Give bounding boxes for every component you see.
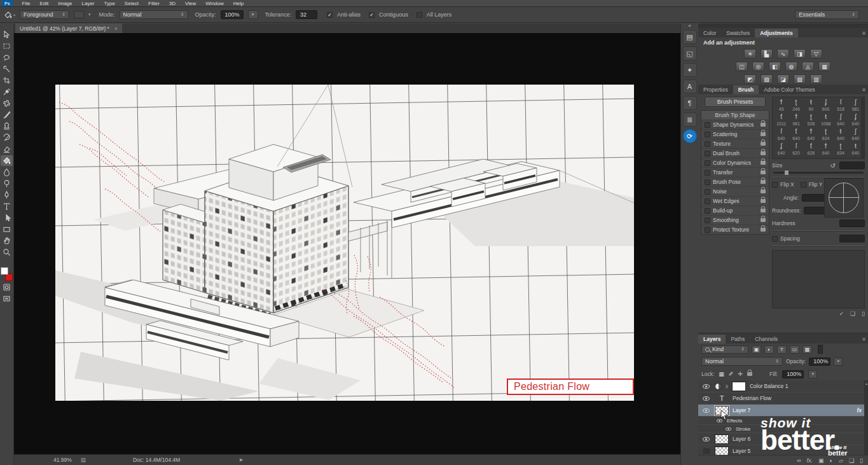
layer-row-color-balance[interactable]: 8 Color Balance 1 bbox=[698, 380, 868, 392]
brush-option-brush-pose[interactable]: Brush Pose bbox=[701, 177, 769, 187]
brush-grid-scrollbar[interactable] bbox=[861, 97, 864, 158]
stroke-effect-label[interactable]: Stroke bbox=[736, 426, 750, 432]
brush-preset-grid[interactable]: ϯ45 ʈ246 ŧ90 ʄ600 ſ518 ʃ981 ƭ1011 ϯ981 ʈ… bbox=[772, 97, 865, 159]
layer-row-stroke[interactable]: Stroke bbox=[698, 425, 868, 433]
vibrance-icon[interactable]: ▽ bbox=[810, 49, 822, 59]
photo-filter-icon[interactable]: ◍ bbox=[785, 62, 797, 71]
marquee-tool[interactable] bbox=[1, 41, 13, 52]
menu-file[interactable]: File bbox=[22, 1, 31, 6]
brush-preset[interactable]: ŧ90 bbox=[804, 99, 818, 113]
opacity-dropdown-icon[interactable]: ▾ bbox=[248, 10, 258, 19]
black-white-icon[interactable]: ◧ bbox=[769, 62, 781, 71]
tab-channels[interactable]: Channels bbox=[750, 335, 783, 344]
blur-tool[interactable] bbox=[1, 167, 13, 177]
layer-thumbnail[interactable] bbox=[715, 406, 729, 415]
magic-wand-tool[interactable] bbox=[1, 64, 13, 74]
eraser-tool[interactable] bbox=[1, 144, 13, 155]
filter-type-layers-icon[interactable]: T bbox=[777, 345, 787, 354]
blend-mode-dropdown[interactable]: Normal⇕ bbox=[701, 357, 783, 366]
layer-name[interactable]: Layer 5 bbox=[733, 448, 750, 454]
layer-row-effects[interactable]: Effects bbox=[698, 417, 868, 425]
brush-option-color-dynamics[interactable]: Color Dynamics bbox=[701, 158, 769, 168]
effects-label[interactable]: Effects bbox=[727, 418, 742, 424]
visibility-toggle[interactable] bbox=[701, 408, 711, 413]
levels-icon[interactable]: ▙ bbox=[761, 49, 773, 59]
brush-option-wet-edges[interactable]: Wet Edges bbox=[701, 197, 769, 206]
brush-preset[interactable]: ϯ640 bbox=[804, 128, 818, 142]
dodge-tool[interactable] bbox=[1, 178, 13, 189]
layer-name[interactable]: Layer 6 bbox=[733, 436, 750, 442]
tab-brush[interactable]: Brush bbox=[733, 85, 759, 94]
type-tool[interactable] bbox=[1, 201, 13, 212]
fill-source-dropdown[interactable]: Foreground⇕ bbox=[20, 10, 69, 19]
mode-dropdown[interactable]: Normal⇕ bbox=[120, 10, 188, 19]
hardness-value[interactable] bbox=[839, 219, 865, 227]
menu-view[interactable]: View bbox=[185, 1, 196, 6]
brush-option-build-up[interactable]: Build-up bbox=[701, 206, 769, 216]
layer-thumbnail[interactable] bbox=[715, 447, 729, 455]
character-panel-icon[interactable]: A bbox=[683, 80, 697, 94]
panel-menu-icon[interactable]: ≡ bbox=[862, 336, 865, 342]
brush-option-dual-brush[interactable]: Dual Brush bbox=[701, 149, 769, 158]
filter-smart-objects-icon[interactable]: ▩ bbox=[803, 345, 812, 354]
zoom-level[interactable]: 41.99% bbox=[53, 457, 72, 463]
checkbox[interactable] bbox=[705, 151, 710, 156]
reset-size-icon[interactable]: ↺ bbox=[830, 162, 836, 169]
tool-presets-panel-icon[interactable]: ✦ bbox=[683, 63, 697, 77]
brush-preset[interactable]: ϯ640 bbox=[818, 142, 833, 157]
menu-3d[interactable]: 3D bbox=[169, 1, 176, 6]
flip-x-checkbox[interactable] bbox=[772, 182, 778, 188]
brush-preset[interactable]: ſ620 bbox=[789, 142, 803, 157]
gradient-map-icon[interactable]: ▧ bbox=[794, 74, 806, 84]
brush-preset[interactable]: ʈ246 bbox=[789, 99, 803, 113]
menu-edit[interactable]: Edit bbox=[39, 1, 48, 6]
checkbox[interactable] bbox=[705, 189, 710, 195]
canvas-pasteboard[interactable]: Pedestrian Flow bbox=[14, 33, 680, 454]
channel-mixer-icon[interactable]: ◬ bbox=[802, 62, 814, 71]
menu-type[interactable]: Type bbox=[104, 1, 115, 6]
visibility-toggle[interactable] bbox=[701, 448, 711, 454]
brightness-contrast-icon[interactable]: ☀ bbox=[744, 49, 756, 59]
checkbox[interactable] bbox=[705, 227, 710, 233]
tab-swatches[interactable]: Swatches bbox=[721, 29, 755, 38]
notes-panel-icon[interactable]: ≣ bbox=[683, 113, 697, 127]
canvas-artwork[interactable]: Pedestrian Flow bbox=[55, 85, 634, 401]
path-selection-tool[interactable] bbox=[1, 212, 13, 223]
spacing-checkbox[interactable] bbox=[772, 236, 778, 242]
menu-help[interactable]: Help bbox=[233, 1, 244, 6]
tab-properties[interactable]: Properties bbox=[698, 85, 733, 94]
checkbox[interactable] bbox=[705, 160, 710, 166]
color-lookup-icon[interactable]: ▦ bbox=[818, 62, 830, 71]
toolbar-grip[interactable]: ∙∙∙ bbox=[5, 26, 8, 29]
document-tab[interactable]: Untitled1 @ 42% (Layer 7, RGB/8#) * × bbox=[15, 24, 122, 33]
lock-paint-icon[interactable]: ✐ bbox=[729, 371, 734, 377]
new-group-icon[interactable]: ▱ bbox=[839, 457, 843, 464]
history-panel-icon[interactable]: ▤ bbox=[683, 30, 697, 44]
brush-preset[interactable]: ƭ628 bbox=[804, 142, 818, 157]
brush-option-noise[interactable]: Noise bbox=[701, 187, 769, 197]
selective-color-icon[interactable]: ▥ bbox=[810, 74, 822, 84]
new-adjustment-icon[interactable]: ◐ bbox=[830, 457, 833, 464]
new-brush-icon[interactable]: ❏ bbox=[850, 310, 855, 317]
layer-opacity-dropdown-icon[interactable]: ▾ bbox=[834, 357, 843, 366]
layers-scrollbar[interactable]: ▲ bbox=[864, 380, 868, 455]
checkbox[interactable] bbox=[705, 141, 710, 147]
filter-switch[interactable] bbox=[818, 345, 823, 354]
posterize-icon[interactable]: ▨ bbox=[761, 74, 773, 84]
clone-stamp-tool[interactable] bbox=[1, 121, 13, 132]
layer-name[interactable]: Color Balance 1 bbox=[750, 383, 788, 389]
tab-adjustments[interactable]: Adjustments bbox=[755, 29, 797, 38]
lock-position-icon[interactable]: ✛ bbox=[738, 371, 743, 377]
size-value[interactable] bbox=[839, 162, 865, 169]
fill-value[interactable]: 100% bbox=[782, 370, 804, 378]
layer-opacity-value[interactable]: 100% bbox=[809, 357, 830, 366]
brush-option-transfer[interactable]: Transfer bbox=[701, 168, 769, 177]
brush-preset[interactable]: ŧ640 bbox=[833, 128, 848, 142]
panel-menu-icon[interactable]: ≡ bbox=[862, 87, 865, 93]
all-layers-checkbox[interactable] bbox=[417, 12, 422, 18]
new-layer-icon[interactable]: ❑ bbox=[849, 457, 854, 464]
pattern-dropdown-icon[interactable]: ▾ bbox=[88, 12, 91, 17]
menu-window[interactable]: Window bbox=[205, 1, 223, 6]
brush-preset[interactable]: ſ518 bbox=[833, 99, 848, 113]
brush-preset[interactable]: ƭ640 bbox=[789, 128, 803, 142]
